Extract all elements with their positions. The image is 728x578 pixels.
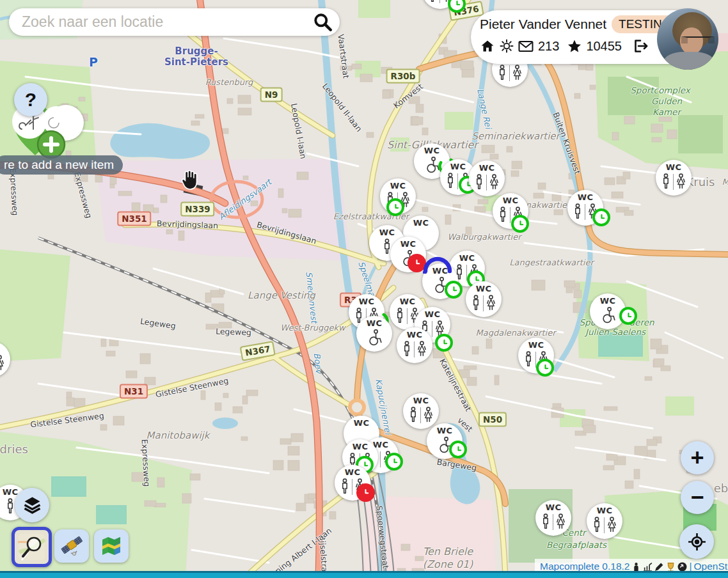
toilet-marker-mf[interactable]: WC: [493, 193, 528, 229]
male-female-icon: [541, 512, 566, 531]
opening-hours-badge: [449, 441, 467, 458]
osm-map-icon: [18, 533, 45, 561]
wc-label: WC: [345, 468, 361, 477]
basemap-style-satellite-button[interactable]: [54, 529, 89, 563]
mapcomplete-app: { "app": {"name": "Mapcomplete", "versio…: [0, 0, 728, 578]
male-female-icon: [661, 172, 686, 191]
chart-icon[interactable]: [643, 562, 653, 572]
geolocate-icon: [687, 532, 707, 552]
wc-label: WC: [425, 310, 441, 319]
home-icon[interactable]: [480, 39, 495, 53]
opening-hours-badge: [511, 215, 529, 233]
statistics-person-icon[interactable]: [631, 562, 641, 572]
search-icon[interactable]: [313, 12, 333, 33]
search-input[interactable]: [20, 13, 313, 31]
opening-hours-badge: [445, 281, 463, 299]
add-item-tooltip: re to add a new item: [0, 155, 123, 175]
layers-button[interactable]: [15, 488, 49, 522]
opening-hours-badge: [592, 208, 610, 226]
wc-label: WC: [367, 319, 383, 328]
wheelchair-icon: [599, 306, 617, 325]
wc-label: WC: [459, 254, 475, 263]
gear-icon[interactable]: [500, 39, 514, 53]
search-bar[interactable]: [9, 8, 340, 36]
toilet-marker-mf[interactable]: WC: [335, 465, 370, 501]
wheelchair-icon: [366, 328, 383, 347]
toilet-marker-mf[interactable]: WC: [403, 393, 439, 429]
wc-label: WC: [379, 228, 395, 237]
toilet-marker-mf[interactable]: WC: [466, 281, 502, 317]
opening-hours-badge: [619, 307, 637, 325]
zoom-out-button[interactable]: −: [681, 481, 714, 514]
male-female-icon: [471, 293, 496, 313]
zoom-in-button[interactable]: +: [681, 441, 714, 474]
geolocate-button[interactable]: [679, 524, 714, 559]
wc-label: WC: [400, 297, 416, 306]
opening-hours-badge: [385, 453, 403, 471]
messages-icon[interactable]: [518, 40, 534, 53]
user-name: Pieter Vander Vennet: [480, 17, 606, 32]
male-icon: [5, 497, 15, 516]
toilet-marker-mf[interactable]: WC: [397, 327, 432, 363]
toilet-marker-mf[interactable]: WC: [380, 178, 416, 214]
toilet-marker-mf[interactable]: WC: [518, 338, 554, 373]
wc-label: WC: [400, 240, 416, 249]
opening-hours-badge: [386, 198, 404, 216]
male-female-icon: [474, 173, 500, 192]
avatar[interactable]: [657, 8, 718, 70]
toilet-marker-mf[interactable]: WC: [422, 0, 458, 9]
toilet-marker-mf[interactable]: WC: [469, 160, 505, 196]
toilet-marker-mf[interactable]: WC: [0, 341, 10, 377]
world-map-icon: [100, 535, 123, 557]
wc-label: WC: [600, 297, 616, 306]
wc-label: WC: [413, 396, 429, 405]
toilet-marker-wheelchair[interactable]: WC: [427, 423, 463, 459]
messages-count: 213: [538, 39, 559, 54]
satellite-icon: [59, 535, 84, 558]
wc-label: WC: [390, 182, 406, 191]
closed-clock-badge: [356, 483, 375, 502]
wc-label: WC: [597, 506, 613, 515]
wc-label: WC: [479, 164, 495, 173]
toilet-marker-mf[interactable]: WC: [587, 503, 622, 539]
wc-label: WC: [424, 146, 440, 155]
stars-count: 10455: [586, 39, 622, 54]
wc-label: WC: [503, 196, 519, 205]
wc-label: WC: [546, 503, 562, 512]
toilet-marker-mf[interactable]: WC: [567, 190, 603, 226]
male-female-icon: [497, 63, 523, 82]
wheelchair-icon: [400, 249, 417, 268]
wc-label: WC: [352, 442, 368, 451]
bottom-accent-bar: [0, 573, 728, 578]
toilet-marker-wheelchair[interactable]: WC: [590, 293, 626, 329]
community-icon[interactable]: [677, 562, 687, 572]
trophy-icon[interactable]: [666, 562, 676, 572]
logout-icon[interactable]: [633, 38, 649, 54]
opening-hours-badge: [536, 359, 554, 377]
wc-label: WC: [578, 193, 594, 202]
male-female-icon: [402, 340, 427, 359]
avatar-glasses: [681, 36, 715, 43]
poi-markers: WCWCWCWCWCWCWCWCWCWCWCWCWCWCWCWCWCWCWCWC…: [0, 0, 728, 578]
toilet-marker-mf[interactable]: WC: [535, 500, 571, 536]
male-female-icon: [408, 405, 434, 425]
wc-label: WC: [3, 488, 19, 497]
hand-cursor-icon: [178, 168, 202, 192]
wc-label: WC: [450, 162, 466, 171]
star-icon[interactable]: [567, 40, 582, 53]
basemap-style-map-button[interactable]: [94, 529, 129, 563]
wc-label: WC: [354, 419, 370, 428]
toilet-marker-wheelchair[interactable]: WC: [390, 237, 426, 272]
toilet-marker-wheelchair[interactable]: WC: [422, 263, 458, 299]
toilet-marker-wheelchair[interactable]: WC: [356, 316, 392, 352]
opening-hours-badge: [448, 0, 466, 13]
male-female-icon: [0, 354, 5, 373]
basemap-style-osm-button[interactable]: [12, 527, 52, 567]
layers-icon: [23, 496, 42, 514]
toilet-marker-mf[interactable]: WC: [656, 160, 692, 196]
wc-label: WC: [432, 267, 448, 276]
help-button[interactable]: ?: [14, 83, 47, 116]
wc-label: WC: [413, 219, 429, 228]
opening-hours-badge: [435, 334, 453, 352]
pencil-icon[interactable]: [654, 562, 664, 572]
